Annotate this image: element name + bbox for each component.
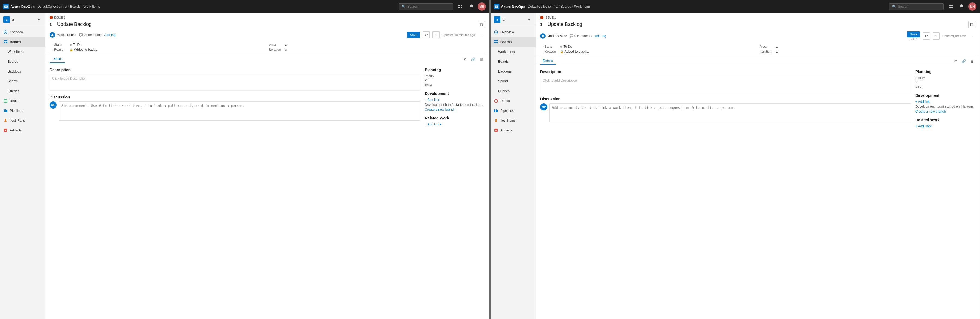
wi-tab-link-2[interactable]: 🔗 xyxy=(960,57,967,65)
sidebar-item-repos-1[interactable]: Repos xyxy=(0,96,45,106)
wi-iteration-value-2[interactable]: a xyxy=(776,50,971,54)
wi-reason-value-1[interactable]: 🔒 Added to back... xyxy=(70,48,265,52)
wi-more-btn-1[interactable]: ··· xyxy=(478,31,485,38)
bc-collection-1[interactable]: DefaultCollection xyxy=(37,5,62,8)
wi-addtag-2[interactable]: Add tag xyxy=(595,34,606,38)
bc-collection-2[interactable]: DefaultCollection xyxy=(528,5,553,8)
wi-dev-addlink-2[interactable]: + Add link xyxy=(915,100,975,103)
wi-save-btn-1[interactable]: Save xyxy=(407,32,420,38)
sidebar-item-repos-2[interactable]: Repos xyxy=(490,96,536,106)
wi-title-row-1: 1 xyxy=(49,21,485,28)
basket-icon-2[interactable] xyxy=(958,2,966,11)
search-input-1[interactable] xyxy=(407,5,445,8)
add-project-btn-2[interactable]: + xyxy=(526,17,532,23)
sidebar-item-backlogs-2[interactable]: Backlogs xyxy=(490,67,536,76)
wi-comments-2[interactable]: 0 comments xyxy=(570,34,592,38)
wi-priority-value-2[interactable]: 2 xyxy=(915,80,975,84)
bc-a-2[interactable]: a xyxy=(556,5,558,8)
add-project-btn-1[interactable]: + xyxy=(36,17,42,23)
wi-iteration-value-1[interactable]: a xyxy=(285,48,480,52)
wi-area-value-2[interactable]: a xyxy=(776,45,971,49)
sidebar-item-pipelines-1[interactable]: Pipelines xyxy=(0,106,45,116)
sidebar-item-artifacts-2[interactable]: Artifacts xyxy=(490,125,536,135)
sidebar-item-testplans-1[interactable]: Test Plans xyxy=(0,116,45,125)
wi-addtag-1[interactable]: Add tag xyxy=(104,33,115,37)
sidebar-item-sprints-1[interactable]: Sprints xyxy=(0,76,45,86)
wi-dev-createbranch-1[interactable]: Create a new branch xyxy=(425,108,485,111)
wi-tab-delete-2[interactable]: 🗑 xyxy=(968,57,975,65)
wi-save-btn-2[interactable]: Save xyxy=(907,31,920,37)
grid-icon-2[interactable] xyxy=(947,2,955,11)
wi-copy-btn-1[interactable] xyxy=(478,21,485,28)
sidebar-item-boards3-2[interactable]: Boards xyxy=(490,57,536,67)
search-box-1[interactable]: 🔍 xyxy=(399,3,453,10)
wi-tab-details-2[interactable]: Details xyxy=(540,57,556,65)
wi-title-input-2[interactable] xyxy=(546,21,966,28)
sidebar-item-queries-1[interactable]: Queries xyxy=(0,86,45,96)
sidebar-item-backlogs-1[interactable]: Backlogs xyxy=(0,67,45,76)
wi-tab-details-1[interactable]: Details xyxy=(49,56,65,63)
logo-2[interactable]: Azure DevOps xyxy=(494,4,525,9)
sidebar-label-testplans-1: Test Plans xyxy=(10,119,25,122)
sidebar-item-artifacts-1[interactable]: Artifacts xyxy=(0,125,45,135)
wi-comments-1[interactable]: 0 comments xyxy=(79,33,102,37)
wi-state-value-1[interactable]: To Do xyxy=(70,43,265,47)
wi-tab-history-1[interactable]: ↶ xyxy=(461,56,468,63)
wi-area-value-1[interactable]: a xyxy=(285,43,480,47)
user-avatar-1[interactable]: MH xyxy=(478,2,486,11)
sidebar-item-boards-1[interactable]: Boards xyxy=(0,37,45,47)
sidebar-item-sprints-2[interactable]: Sprints xyxy=(490,76,536,86)
bc-boards-2[interactable]: Boards xyxy=(561,5,571,8)
wi-comment-input-1[interactable] xyxy=(59,102,420,121)
wi-tab-history-2[interactable]: ↶ xyxy=(952,57,959,65)
logo-1[interactable]: Azure DevOps xyxy=(3,4,35,9)
comment-avatar-1: MP xyxy=(49,102,57,108)
sidebar-item-overview-2[interactable]: Overview xyxy=(490,27,536,37)
search-input-2[interactable] xyxy=(898,5,936,8)
repos-icon-1 xyxy=(3,99,8,103)
wi-description-area-2[interactable]: Click to add Description xyxy=(540,76,911,92)
wi-more-btn-2[interactable]: ··· xyxy=(968,32,975,40)
sidebar-item-boards-2[interactable]: Boards xyxy=(490,37,536,47)
wi-related-addlink-1[interactable]: + Add link ▾ xyxy=(425,122,485,126)
sidebar-item-boards2-1[interactable]: Boards xyxy=(0,57,45,67)
wi-dev-title-2: Development xyxy=(915,93,975,98)
svg-rect-18 xyxy=(951,5,953,6)
search-box-2[interactable]: 🔍 xyxy=(889,3,944,10)
wi-redo-btn-2[interactable]: ↪ xyxy=(932,32,940,40)
sidebar-item-queries-2[interactable]: Queries xyxy=(490,86,536,96)
pipelines-icon-1 xyxy=(3,108,8,113)
wi-comment-input-2[interactable] xyxy=(549,103,911,122)
bc-workitems-1[interactable]: Work Items xyxy=(83,5,100,8)
wi-dev-createbranch-2[interactable]: Create a new branch xyxy=(915,110,975,113)
bc-a-1[interactable]: a xyxy=(65,5,67,8)
wi-state-label-1: State xyxy=(54,43,65,47)
wi-redo-btn-1[interactable]: ↪ xyxy=(433,31,439,38)
wi-related-addlink-2[interactable]: + Add link ▾ xyxy=(915,124,975,128)
sidebar-item-workitems-2[interactable]: Work Items xyxy=(490,47,536,57)
bc-workitems-2[interactable]: Work Items xyxy=(574,5,590,8)
wi-tab-link-1[interactable]: 🔗 xyxy=(469,56,477,63)
wi-undo-btn-2[interactable]: ↩ xyxy=(923,32,930,40)
wi-description-area-1[interactable]: Click to add Description xyxy=(49,74,420,90)
wi-reason-value-2[interactable]: 🔒 Added to backl... xyxy=(560,50,755,54)
wi-undo-btn-1[interactable]: ↩ xyxy=(423,31,430,38)
wi-tabs-1: Details ↶ 🔗 🗑 xyxy=(45,54,489,63)
wi-state-value-2[interactable]: To Do xyxy=(560,45,755,49)
breadcrumb-topbar-1: DefaultCollection / a / Boards / Work It… xyxy=(37,5,396,8)
wi-priority-value-1[interactable]: 2 xyxy=(425,78,485,82)
wi-copy-btn-2[interactable] xyxy=(968,21,975,28)
bc-boards-1[interactable]: Boards xyxy=(70,5,80,8)
wi-title-input-1[interactable] xyxy=(56,21,476,28)
sidebar-item-pipelines-2[interactable]: Pipelines xyxy=(490,106,536,116)
wi-dev-addlink-1[interactable]: + Add link xyxy=(425,98,485,102)
sidebar-item-overview-1[interactable]: Overview xyxy=(0,27,45,37)
sidebar-item-testplans-2[interactable]: Test Plans xyxy=(490,116,536,125)
basket-icon-1[interactable] xyxy=(467,2,476,11)
wi-tab-delete-1[interactable]: 🗑 xyxy=(478,56,485,63)
sidebar-item-workitems-1[interactable]: Work Items xyxy=(0,47,45,57)
state-dot-2 xyxy=(560,46,562,48)
grid-icon-1[interactable] xyxy=(456,2,465,11)
org-name-1: a xyxy=(12,17,33,22)
user-avatar-2[interactable]: MH xyxy=(968,2,977,11)
